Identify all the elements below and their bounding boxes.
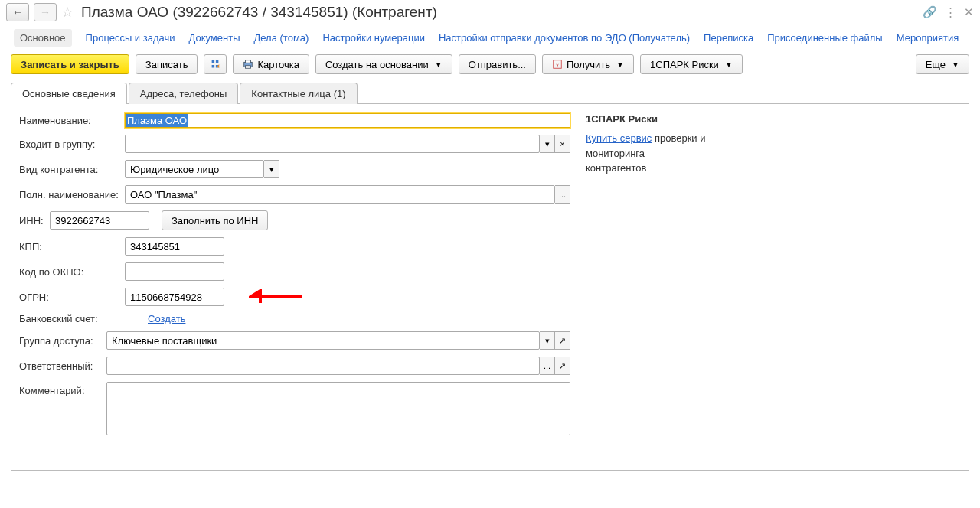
fullname-expand-button[interactable]: ...: [555, 185, 570, 204]
group-clear-button[interactable]: ×: [555, 135, 570, 153]
responsible-expand-button[interactable]: ...: [540, 357, 555, 375]
bank-create-link[interactable]: Создать: [148, 313, 185, 324]
window-header: ← → ☆ Плазма ОАО (3922662743 / 343145851…: [0, 0, 980, 24]
nav-attached[interactable]: Присоединенные файлы: [767, 32, 883, 44]
access-input[interactable]: [106, 331, 540, 350]
save-button[interactable]: Записать: [136, 54, 198, 74]
access-open-button[interactable]: ↗: [555, 331, 570, 350]
responsible-input[interactable]: [106, 357, 540, 375]
nav-documents[interactable]: Документы: [189, 32, 240, 44]
more-button[interactable]: Еще▼: [916, 54, 969, 74]
fullname-label: Полн. наименование:: [19, 189, 120, 200]
nav-events[interactable]: Мероприятия: [897, 32, 959, 44]
tab-addresses[interactable]: Адреса, телефоны: [129, 83, 239, 104]
forward-button[interactable]: →: [34, 3, 57, 21]
inn-input[interactable]: [50, 211, 149, 230]
tab-general[interactable]: Основные сведения: [11, 83, 127, 104]
nav-cases[interactable]: Дела (тома): [254, 32, 309, 44]
save-and-close-button[interactable]: Записать и закрыть: [11, 54, 129, 74]
bank-label: Банковский счет:: [19, 313, 120, 324]
card-button[interactable]: Карточка: [233, 54, 309, 74]
svg-rect-3: [554, 60, 562, 69]
back-button[interactable]: ←: [6, 3, 29, 21]
type-label: Вид контрагента:: [19, 164, 120, 175]
refresh-icon-button[interactable]: [204, 54, 227, 74]
refresh-icon: [210, 59, 220, 70]
kpp-label: КПП:: [19, 241, 120, 252]
ogrn-label: ОГРН:: [19, 291, 120, 303]
responsible-open-button[interactable]: ↗: [555, 357, 570, 375]
okpo-input[interactable]: [125, 262, 224, 281]
spark-risks-button[interactable]: 1СПАРК Риски▼: [640, 54, 743, 74]
type-dropdown-button[interactable]: ▾: [264, 160, 279, 178]
link-icon[interactable]: 🔗: [923, 5, 937, 19]
spark-buy-link[interactable]: Купить сервис: [586, 132, 652, 144]
create-from-button[interactable]: Создать на основании▼: [315, 54, 452, 74]
section-nav: Основное Процессы и задачи Документы Дел…: [0, 24, 980, 54]
name-input[interactable]: Плазма ОАО: [125, 113, 570, 128]
fullname-input[interactable]: [125, 185, 555, 204]
fill-by-inn-button[interactable]: Заполнить по ИНН: [162, 210, 268, 230]
type-select[interactable]: [125, 160, 264, 178]
group-input[interactable]: [125, 135, 540, 153]
svg-rect-2: [246, 66, 251, 69]
tab-contacts[interactable]: Контактные лица (1): [240, 83, 357, 104]
toolbar: Записать и закрыть Записать Карточка Соз…: [0, 54, 980, 82]
sidebar-spark: 1СПАРК Риски Купить сервис проверки и мо…: [586, 113, 708, 461]
kpp-input[interactable]: [125, 237, 224, 256]
printer-icon: [243, 59, 253, 70]
okpo-label: Код по ОКПО:: [19, 266, 120, 278]
comment-label: Комментарий:: [19, 382, 102, 396]
tab-bar: Основные сведения Адреса, телефоны Конта…: [11, 82, 969, 103]
ogrn-input[interactable]: [125, 288, 224, 306]
group-dropdown-button[interactable]: ▾: [540, 135, 555, 153]
name-label: Наименование:: [19, 115, 120, 126]
form-body: Наименование: Плазма ОАО Входит в группу…: [11, 103, 969, 471]
nav-numbering[interactable]: Настройки нумерации: [322, 32, 425, 44]
spark-title: 1СПАРК Риски: [586, 113, 708, 125]
nav-correspondence[interactable]: Переписка: [704, 32, 753, 44]
receive-button[interactable]: Получить▼: [542, 54, 634, 74]
svg-rect-1: [246, 60, 251, 64]
favorite-star-icon[interactable]: ☆: [61, 4, 74, 21]
responsible-label: Ответственный:: [19, 360, 102, 372]
inn-label: ИНН:: [19, 215, 45, 226]
receive-icon: [552, 59, 563, 70]
send-button[interactable]: Отправить...: [459, 54, 536, 74]
nav-edo[interactable]: Настройки отправки документов по ЭДО (По…: [439, 32, 690, 44]
annotation-arrow: [249, 289, 302, 304]
nav-main[interactable]: Основное: [14, 29, 72, 47]
access-label: Группа доступа:: [19, 335, 102, 347]
group-label: Входит в группу:: [19, 138, 120, 150]
access-dropdown-button[interactable]: ▾: [540, 331, 555, 350]
close-icon[interactable]: ✕: [964, 5, 974, 19]
page-title: Плазма ОАО (3922662743 / 343145851) (Кон…: [81, 4, 437, 21]
nav-processes[interactable]: Процессы и задачи: [86, 32, 175, 44]
kebab-menu-icon[interactable]: ⋮: [945, 5, 956, 19]
comment-textarea[interactable]: [106, 382, 570, 435]
